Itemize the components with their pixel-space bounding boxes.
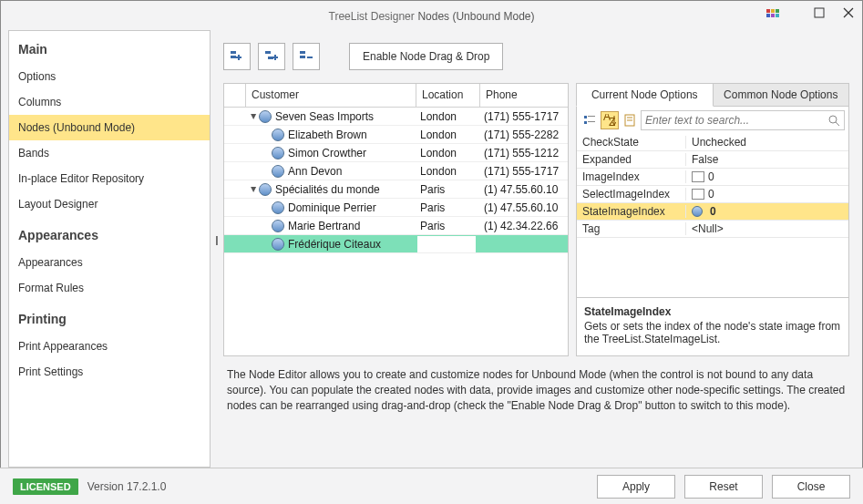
svg-point-30 [829,116,837,123]
sidebar-item-columns[interactable]: Columns [9,89,210,115]
property-value[interactable]: <Null> [686,222,848,235]
svg-rect-10 [231,56,236,58]
phone-cell: (171) 555-1717 [480,163,568,180]
property-name: Expanded [577,153,686,166]
node-toolbar: Enable Node Drag & Drop [218,30,855,83]
property-value[interactable]: Unchecked [686,136,848,149]
customer-name: Frédérique Citeaux [288,238,381,251]
property-row[interactable]: StateImageIndex0 [577,203,848,221]
sidebar-item-options[interactable]: Options [9,64,210,89]
sidebar-item-print-settings[interactable]: Print Settings [9,359,210,385]
property-row[interactable]: ExpandedFalse [577,151,848,169]
svg-rect-17 [300,51,305,54]
footer: LICENSED Version 17.2.1.0 Apply Reset Cl… [0,468,863,504]
sidebar-item-editor-repo[interactable]: In-place Editor Repository [9,166,210,191]
table-row[interactable]: Frédérique Citeaux [224,235,568,253]
property-value[interactable]: 0 [686,170,848,183]
location-cell [416,235,480,253]
property-row[interactable]: CheckStateUnchecked [577,134,848,151]
enable-drag-drop-button[interactable]: Enable Node Drag & Drop [349,43,503,70]
phone-cell: (171) 555-1717 [480,108,568,125]
reset-button[interactable]: Reset [684,475,763,499]
property-name: StateImageIndex [577,205,686,218]
col-phone[interactable]: Phone [480,84,568,107]
alphabetical-icon[interactable]: AZ [601,111,619,129]
person-icon [272,147,284,159]
svg-rect-18 [300,56,305,58]
property-page-icon[interactable] [621,111,639,129]
customer-name: Simon Crowther [288,147,366,159]
location-cell: London [416,145,480,161]
content-area: Enable Node Drag & Drop I Customer Locat… [218,30,855,468]
sidebar: Main Options Columns Nodes (Unbound Mode… [8,30,211,468]
tab-common-node-options[interactable]: Common Node Options [714,83,850,107]
view-grid-icon[interactable] [765,8,780,23]
table-row[interactable]: Ann DevonLondon(171) 555-1717 [224,162,568,180]
col-location[interactable]: Location [416,84,480,107]
add-node-button[interactable] [223,43,251,70]
property-row[interactable]: Tag<Null> [577,221,848,238]
customer-name: Ann Devon [288,165,342,178]
svg-rect-23 [588,121,595,122]
sidebar-heading-printing: Printing [9,301,210,334]
sidebar-item-print-appearances[interactable]: Print Appearances [9,334,210,359]
svg-rect-16 [272,57,278,58]
sidebar-heading-appearances: Appearances [9,217,210,250]
expand-icon[interactable]: ▸ [248,112,261,121]
categorized-icon[interactable] [580,111,599,129]
svg-rect-20 [584,116,587,118]
tree-grid[interactable]: I Customer Location Phone ▸Seven Seas Im… [223,83,569,356]
location-cell: Paris [416,218,480,234]
property-value[interactable]: False [686,153,848,166]
location-cell: Paris [416,200,480,216]
sidebar-item-bands[interactable]: Bands [9,140,210,166]
property-name: ImageIndex [577,170,686,183]
location-input[interactable] [417,236,476,252]
location-cell: London [416,108,480,125]
add-child-node-button[interactable] [258,43,285,70]
phone-cell: (1) 47.55.60.10 [480,181,568,198]
expand-icon[interactable]: ▸ [248,185,261,194]
close-button[interactable] [842,6,855,19]
restore-button[interactable] [813,6,826,19]
close-footer-button[interactable]: Close [772,475,850,499]
table-row[interactable]: Simon CrowtherLondon(171) 555-1212 [224,144,568,162]
table-row[interactable]: Elizabeth BrownLondon(171) 555-2282 [224,126,568,144]
svg-line-31 [836,122,839,126]
property-value[interactable]: 0 [686,205,848,218]
state-image-icon [692,206,703,217]
person-icon [272,238,284,251]
sidebar-item-format-rules[interactable]: Format Rules [9,275,210,301]
description-text: The Node Editor allows you to create and… [218,356,855,413]
property-row[interactable]: SelectImageIndex0 [577,186,848,203]
table-row[interactable]: ▸Spécialités du mondeParis(1) 47.55.60.1… [224,180,568,199]
property-value[interactable]: 0 [686,188,848,201]
tab-current-node-options[interactable]: Current Node Options [576,83,714,107]
sidebar-item-appearances[interactable]: Appearances [9,250,210,275]
swatch-icon [692,189,704,200]
table-row[interactable]: Marie BertrandParis(1) 42.34.22.66 [224,217,568,235]
license-badge: LICENSED [13,478,78,495]
person-icon [259,183,272,196]
sidebar-item-nodes[interactable]: Nodes (Unbound Mode) [9,115,210,140]
svg-rect-9 [231,51,236,54]
options-pane: Current Node Options Common Node Options… [576,83,849,356]
property-name: SelectImageIndex [577,188,686,201]
location-cell: Paris [416,181,480,198]
svg-rect-3 [766,14,770,17]
remove-node-button[interactable] [293,43,320,70]
search-icon[interactable] [827,114,840,127]
phone-cell [480,242,568,246]
col-customer[interactable]: Customer [246,84,416,107]
person-icon [272,129,284,141]
property-row[interactable]: ImageIndex0 [577,169,848,186]
window-title: TreeList Designer Nodes (Unbound Mode) [329,9,535,23]
version-label: Version 17.2.1.0 [87,480,167,493]
table-row[interactable]: ▸Seven Seas ImportsLondon(171) 555-1717 [224,108,568,126]
property-search-input[interactable] [642,111,827,129]
property-grid[interactable]: CheckStateUncheckedExpandedFalseImageInd… [576,134,849,298]
sidebar-item-layout-designer[interactable]: Layout Designer [9,191,210,217]
table-row[interactable]: Dominique PerrierParis(1) 47.55.60.10 [224,199,568,217]
apply-button[interactable]: Apply [597,475,675,499]
customer-name: Elizabeth Brown [288,129,367,141]
